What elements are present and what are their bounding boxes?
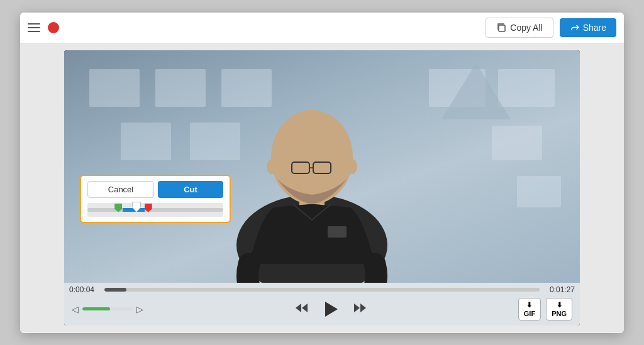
toolbar-right: Copy All Share — [486, 18, 616, 38]
play-icon — [325, 302, 338, 317]
svg-rect-0 — [499, 25, 505, 31]
gif-download-icon: ⬇ — [526, 301, 532, 309]
png-label: PNG — [552, 310, 567, 317]
status-bar: 🕐 Recent 🏷 Tag 1280 x 720 — [20, 332, 624, 333]
svg-rect-9 — [328, 226, 347, 238]
png-export-button[interactable]: ⬇ PNG — [546, 298, 572, 320]
toolbar-left — [28, 22, 486, 33]
playback-controls — [143, 299, 518, 319]
cut-popup: Cancel Cut — [80, 175, 231, 223]
cut-button[interactable]: Cut — [158, 181, 223, 198]
toolbar: Copy All Share — [20, 13, 624, 44]
main-content: Cancel Cut — [20, 44, 624, 332]
skip-forward-icon — [353, 302, 367, 315]
copy-all-button[interactable]: Copy All — [486, 18, 553, 38]
timeline-row: 0:00:04 0:01:27 — [69, 285, 575, 294]
png-download-icon: ⬇ — [557, 301, 562, 309]
menu-button[interactable] — [28, 23, 40, 32]
volume-right-icon[interactable]: ▷ — [136, 304, 143, 314]
gif-label: GIF — [524, 310, 535, 317]
timeline-track[interactable] — [104, 288, 540, 292]
volume-fill — [82, 307, 110, 310]
video-controls: 0:00:04 0:01:27 ◁ ▷ — [64, 283, 580, 326]
red-marker[interactable] — [145, 204, 152, 212]
time-current: 0:00:04 — [69, 285, 101, 294]
skip-back-icon — [294, 302, 308, 315]
record-indicator — [48, 22, 59, 33]
share-icon — [570, 23, 579, 33]
skip-back-button[interactable] — [292, 300, 311, 318]
scrubber-head[interactable] — [132, 202, 141, 212]
timeline-progress — [104, 288, 126, 292]
play-button[interactable] — [321, 299, 341, 319]
svg-point-2 — [271, 110, 353, 204]
share-button[interactable]: Share — [560, 18, 616, 37]
svg-marker-11 — [296, 304, 301, 312]
share-label: Share — [583, 23, 606, 33]
copy-icon — [496, 23, 506, 33]
popup-timeline[interactable] — [87, 203, 223, 217]
cancel-button[interactable]: Cancel — [87, 181, 154, 198]
svg-point-8 — [347, 159, 357, 174]
green-marker[interactable] — [114, 204, 122, 212]
volume-section: ◁ ▷ — [72, 304, 143, 314]
controls-row: ◁ ▷ — [69, 297, 575, 322]
person-figure — [211, 69, 413, 283]
video-container: Cancel Cut — [64, 50, 580, 326]
svg-point-7 — [267, 159, 277, 174]
svg-marker-13 — [354, 304, 360, 312]
copy-all-label: Copy All — [510, 23, 542, 33]
cut-popup-buttons: Cancel Cut — [87, 181, 223, 198]
volume-bar[interactable] — [82, 307, 133, 310]
export-controls: ⬇ GIF ⬇ PNG — [518, 298, 572, 320]
svg-marker-14 — [360, 304, 366, 312]
skip-forward-button[interactable] — [351, 300, 370, 318]
app-window: Copy All Share — [20, 13, 624, 333]
time-total: 0:01:27 — [543, 285, 575, 294]
video-frame: Cancel Cut — [64, 50, 580, 283]
svg-marker-12 — [302, 304, 308, 312]
volume-left-icon[interactable]: ◁ — [72, 304, 79, 314]
gif-export-button[interactable]: ⬇ GIF — [518, 298, 541, 320]
